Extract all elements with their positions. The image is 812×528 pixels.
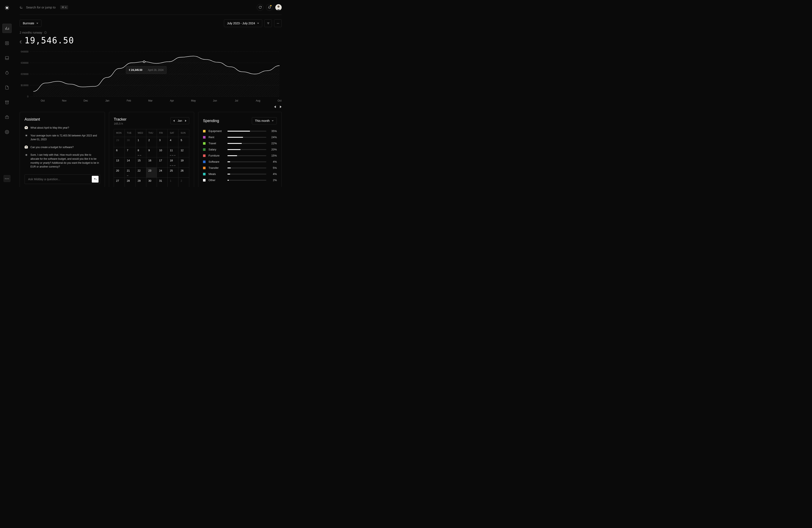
svg-text:Mar: Mar (148, 99, 153, 102)
spending-item: Other2% (203, 179, 277, 182)
calendar-day[interactable]: 25 (168, 168, 178, 177)
app-logo (4, 5, 10, 11)
user-avatar[interactable] (275, 4, 282, 11)
calendar-day[interactable]: 17 (157, 157, 168, 167)
calendar-day[interactable]: 30 (125, 137, 135, 147)
spending-item: Equipment35% (203, 129, 277, 133)
topbar: Search for or jump to ⌘K (20, 0, 282, 15)
calendar-day[interactable]: 27 (114, 178, 125, 187)
spending-percent: 35% (269, 129, 277, 133)
calendar-weekday: TUE (125, 129, 135, 137)
spending-item: Rent24% (203, 135, 277, 139)
global-search[interactable]: Search for or jump to ⌘K (20, 5, 257, 9)
calendar-day[interactable]: 24 (157, 168, 168, 177)
date-range-label: July 2023 - July 2024 (227, 22, 255, 25)
spending-label: Rent (208, 135, 224, 139)
ai-avatar-icon (25, 134, 28, 137)
calendar-day[interactable]: 1 (168, 178, 178, 187)
calendar-day[interactable]: 29 (114, 137, 125, 147)
calendar-day[interactable]: 21 (125, 168, 135, 177)
refresh-button[interactable] (257, 4, 263, 11)
spending-panel: Spending This month Equipment35%Rent24%T… (198, 112, 282, 187)
svg-text:Jul: Jul (235, 99, 238, 102)
more-button[interactable] (274, 19, 282, 27)
calendar-day[interactable]: 6 (114, 147, 125, 157)
calendar-day[interactable]: 2 (146, 137, 157, 147)
svg-text:€30000: €30000 (21, 61, 28, 64)
chevron-left-icon[interactable] (173, 120, 175, 122)
calendar-day[interactable]: 16 (146, 157, 157, 167)
nav-overview[interactable] (2, 24, 12, 33)
calendar-day[interactable]: 8 (135, 147, 146, 157)
spending-swatch-icon (203, 154, 205, 157)
svg-text:0: 0 (27, 95, 29, 98)
tracker-month-label: Jan (178, 119, 182, 122)
nav-briefcase[interactable] (2, 113, 12, 122)
svg-text:Jan: Jan (105, 99, 109, 102)
assistant-text-field[interactable] (28, 177, 92, 181)
assistant-send-button[interactable] (92, 176, 99, 183)
svg-point-17 (277, 5, 279, 8)
calendar-day[interactable]: 30 (146, 178, 157, 187)
calendar-day[interactable]: 5 (178, 137, 189, 147)
spending-percent: 15% (269, 154, 277, 157)
nav-settings[interactable] (2, 127, 12, 137)
spending-label: Furniture (208, 154, 224, 157)
calendar-day[interactable]: 26 (178, 168, 189, 177)
spending-percent: 2% (269, 179, 277, 182)
spending-label: Salary (208, 148, 224, 151)
calendar-day[interactable]: 20 (114, 168, 125, 177)
user-avatar-icon (25, 145, 28, 149)
date-range-dropdown[interactable]: July 2023 - July 2024 (224, 19, 262, 27)
calendar-day[interactable]: 13 (114, 157, 125, 167)
spending-bar (228, 168, 266, 168)
calendar-day[interactable]: 19 (178, 157, 189, 167)
calendar-day[interactable]: 18 (168, 157, 178, 167)
calendar-day[interactable]: 1 (135, 137, 146, 147)
nav-timer[interactable] (2, 68, 12, 77)
chevron-right-icon[interactable] (185, 120, 187, 122)
spending-range-dropdown[interactable]: This month (252, 117, 277, 124)
ai-avatar-icon (25, 153, 28, 157)
spending-percent: 4% (269, 172, 277, 175)
calendar-day[interactable]: 2 (178, 178, 189, 187)
calendar-day[interactable]: 12 (178, 147, 189, 157)
calendar-day[interactable]: 11 (168, 147, 178, 157)
nav-inbox[interactable] (2, 53, 12, 62)
notification-indicator-icon (270, 5, 272, 6)
svg-rect-10 (6, 102, 8, 104)
svg-rect-9 (5, 101, 9, 102)
svg-text:Oct: Oct (278, 99, 282, 102)
spending-swatch-icon (203, 142, 205, 145)
tracker-month-picker[interactable]: Jan (171, 117, 189, 124)
svg-point-55 (26, 146, 27, 147)
chart-prev-button[interactable] (274, 105, 276, 108)
chart-tooltip: € 24,345.50 April 28, 2024 (126, 66, 166, 74)
notifications-button[interactable] (266, 4, 273, 11)
spending-bar (228, 155, 266, 156)
nav-list[interactable] (2, 39, 12, 48)
calendar-day[interactable]: 22 (135, 168, 146, 177)
calendar-day[interactable]: 10 (157, 147, 168, 157)
calendar-day[interactable]: 28 (125, 178, 135, 187)
metric-dropdown[interactable]: Burnrate (20, 20, 41, 27)
nav-document[interactable] (2, 83, 12, 92)
chart-next-button[interactable] (280, 105, 282, 108)
calendar-day[interactable]: 15 (135, 157, 146, 167)
spending-label: Software (208, 160, 224, 163)
spending-item: Furniture15% (203, 154, 277, 157)
company-switcher[interactable]: Acme (4, 175, 10, 182)
calendar-day[interactable]: 14 (125, 157, 135, 167)
filter-button[interactable] (264, 19, 272, 27)
calendar-day[interactable]: 7 (125, 147, 135, 157)
calendar-day[interactable]: 9 (146, 147, 157, 157)
nav-archive[interactable] (2, 98, 12, 107)
calendar-day[interactable]: 4 (168, 137, 178, 147)
calendar-day[interactable]: 3 (157, 137, 168, 147)
calendar-day[interactable]: 29 (135, 178, 146, 187)
calendar-day[interactable]: 31 (157, 178, 168, 187)
info-icon[interactable] (44, 31, 47, 34)
currency-symbol: € (20, 40, 22, 44)
assistant-input[interactable] (25, 174, 100, 184)
calendar-day[interactable]: 23 (146, 168, 157, 177)
